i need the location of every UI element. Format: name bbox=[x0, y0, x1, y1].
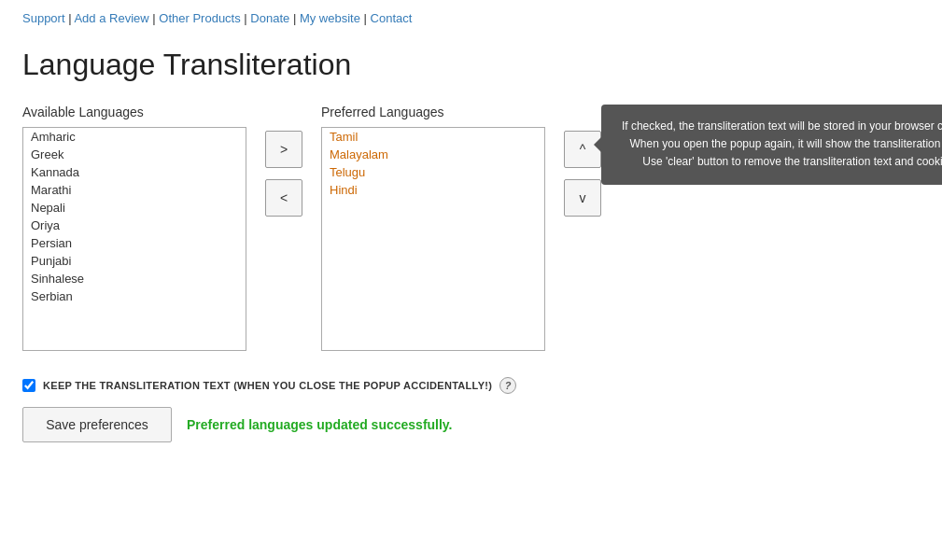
preferred-languages-section: Preferred Languages TamilMalayalamTelugu… bbox=[321, 105, 545, 351]
language-columns: Available Languages AmharicGreekKannadaM… bbox=[22, 105, 920, 351]
available-languages-listbox[interactable]: AmharicGreekKannadaMarathiNepaliOriyaPer… bbox=[22, 127, 246, 351]
move-down-button[interactable]: v bbox=[564, 179, 601, 217]
available-language-item[interactable]: Persian bbox=[23, 234, 246, 252]
main-content: Language Transliteration Available Langu… bbox=[0, 33, 942, 465]
preferred-languages-label: Preferred Languages bbox=[321, 105, 545, 119]
available-languages-section: Available Languages AmharicGreekKannadaM… bbox=[22, 105, 246, 351]
bottom-area: KEEP THE TRANSLITERATION TEXT (WHEN YOU … bbox=[22, 377, 920, 442]
preferred-language-item[interactable]: Malayalam bbox=[322, 146, 544, 163]
order-arrows-group: ^ v If checked, the transliteration text… bbox=[545, 105, 601, 217]
top-nav: Support | Add a Review | Other Products … bbox=[0, 0, 942, 33]
checkbox-row: KEEP THE TRANSLITERATION TEXT (WHEN YOU … bbox=[22, 377, 920, 394]
nav-my-website[interactable]: My website bbox=[300, 11, 360, 25]
success-message: Preferred languages updated successfully… bbox=[187, 417, 453, 432]
nav-other-products[interactable]: Other Products bbox=[159, 11, 240, 25]
available-language-item[interactable]: Sinhalese bbox=[23, 270, 246, 287]
checkbox-label[interactable]: KEEP THE TRANSLITERATION TEXT (WHEN YOU … bbox=[43, 380, 492, 391]
keep-text-checkbox[interactable] bbox=[22, 379, 35, 392]
page-title: Language Transliteration bbox=[22, 48, 920, 82]
available-language-item[interactable]: Punjabi bbox=[23, 252, 246, 270]
nav-add-review[interactable]: Add a Review bbox=[74, 11, 148, 25]
nav-support[interactable]: Support bbox=[22, 11, 65, 25]
save-row: Save preferences Preferred languages upd… bbox=[22, 407, 920, 442]
nav-contact[interactable]: Contact bbox=[371, 11, 413, 25]
preferred-language-item[interactable]: Hindi bbox=[322, 181, 544, 199]
available-language-item[interactable]: Amharic bbox=[23, 128, 246, 146]
remove-language-button[interactable]: < bbox=[265, 179, 302, 217]
transfer-arrows-group: > < bbox=[246, 105, 321, 217]
add-language-button[interactable]: > bbox=[265, 131, 302, 168]
preferred-languages-listbox[interactable]: TamilMalayalamTeluguHindi bbox=[321, 127, 545, 351]
tooltip-line2: When you open the popup again, it will s… bbox=[616, 135, 942, 153]
available-language-item[interactable]: Marathi bbox=[23, 181, 246, 199]
available-language-item[interactable]: Kannada bbox=[23, 163, 246, 181]
available-language-item[interactable]: Oriya bbox=[23, 217, 246, 234]
available-language-item[interactable]: Nepali bbox=[23, 199, 246, 217]
nav-donate[interactable]: Donate bbox=[250, 11, 289, 25]
tooltip-box: If checked, the transliteration text wil… bbox=[601, 105, 942, 185]
tooltip-line1: If checked, the transliteration text wil… bbox=[616, 118, 942, 135]
available-languages-label: Available Languages bbox=[22, 105, 246, 119]
save-preferences-button[interactable]: Save preferences bbox=[22, 407, 172, 442]
tooltip-line3: Use 'clear' button to remove the transli… bbox=[616, 153, 942, 171]
available-language-item[interactable]: Serbian bbox=[23, 287, 246, 305]
preferred-language-item[interactable]: Telugu bbox=[322, 163, 544, 181]
available-language-item[interactable]: Greek bbox=[23, 146, 246, 163]
help-icon[interactable]: ? bbox=[499, 377, 516, 394]
preferred-language-item[interactable]: Tamil bbox=[322, 128, 544, 146]
